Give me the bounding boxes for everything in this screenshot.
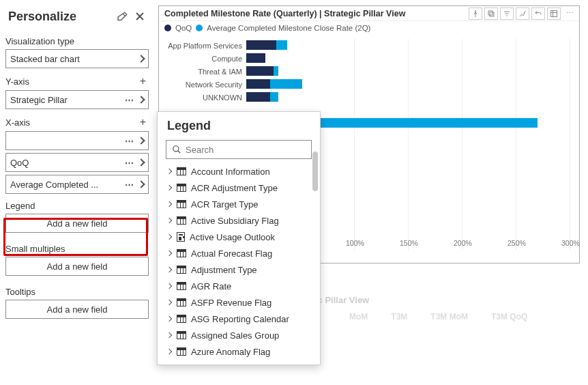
field-item[interactable]: AGR Rate bbox=[158, 278, 320, 294]
category-label: Threat & IAM bbox=[163, 68, 246, 76]
table-icon bbox=[177, 249, 186, 257]
chevron-right-icon bbox=[166, 283, 172, 289]
table-icon bbox=[177, 298, 186, 306]
svg-rect-1 bbox=[488, 11, 493, 15]
table-icon bbox=[177, 216, 186, 225]
bar-segment-avg[interactable] bbox=[274, 66, 279, 76]
pin-icon[interactable] bbox=[469, 8, 482, 20]
visualization-type-value: Stacked bar chart bbox=[10, 54, 134, 64]
bar-segment-avg[interactable] bbox=[276, 40, 287, 50]
chevron-right-icon bbox=[166, 218, 172, 223]
chevron-right-icon bbox=[166, 316, 172, 322]
add-x-axis-icon[interactable]: + bbox=[140, 116, 149, 128]
svg-rect-2 bbox=[551, 10, 557, 16]
popup-list[interactable]: Account InformationACR Adjustment TypeAC… bbox=[158, 163, 320, 365]
legend-swatch-qoq bbox=[164, 25, 171, 31]
field-item[interactable]: Actual Forecast Flag bbox=[158, 245, 320, 261]
popup-scrollbar-thumb[interactable] bbox=[312, 152, 318, 191]
chevron-right-icon bbox=[166, 267, 172, 272]
field-item[interactable]: Adjustment Type bbox=[158, 261, 320, 278]
more-icon[interactable]: ⋯ bbox=[125, 158, 134, 168]
field-item-label: Actual Forecast Flag bbox=[191, 248, 272, 259]
field-item[interactable]: ACR Target Type bbox=[158, 196, 320, 212]
bar-segment-qoq[interactable] bbox=[246, 92, 270, 102]
legend-swatch-avg bbox=[196, 25, 203, 31]
personalize-panel: Personalize Visualization type Stacked b… bbox=[5, 5, 149, 374]
field-item-label: Active Usage Outlook bbox=[190, 232, 275, 242]
undo-icon[interactable] bbox=[531, 8, 545, 20]
field-item[interactable]: Active Usage Outlook bbox=[158, 229, 320, 245]
small-multiples-add-field[interactable]: Add a new field bbox=[5, 257, 149, 276]
section-tooltips: Tooltips bbox=[5, 283, 149, 300]
x-axis-field-0[interactable]: ⋯ bbox=[5, 131, 149, 150]
chart-header: Completed Milestone Rate (Quarterly) | S… bbox=[159, 6, 579, 21]
field-item[interactable]: ACR Adjustment Type bbox=[158, 180, 320, 196]
close-icon[interactable] bbox=[134, 11, 146, 23]
add-y-axis-icon[interactable]: + bbox=[140, 75, 149, 87]
category-label: Compute bbox=[163, 55, 246, 63]
field-item[interactable]: ASFP Revenue Flag bbox=[158, 294, 320, 311]
field-item-label: ASFP Revenue Flag bbox=[191, 298, 271, 308]
axis-tick: 250% bbox=[508, 239, 526, 247]
more-icon[interactable]: ⋯ bbox=[125, 136, 134, 146]
chart-row: Network Security bbox=[163, 78, 575, 91]
visualization-type-selector[interactable]: Stacked bar chart bbox=[5, 49, 149, 68]
more-options-icon[interactable]: ⋯ bbox=[563, 8, 576, 20]
chevron-right-icon bbox=[166, 332, 172, 338]
field-item[interactable]: Azure Anomaly Flag bbox=[158, 343, 320, 360]
field-item-label: Account Information bbox=[191, 167, 270, 177]
copy-icon[interactable] bbox=[484, 8, 498, 20]
legend-label-1: Average Completed Milestone Close Rate (… bbox=[207, 24, 370, 32]
popup-search-input[interactable] bbox=[186, 145, 306, 155]
field-item[interactable]: ASG Reporting Calendar bbox=[158, 311, 320, 327]
bar-segment-qoq[interactable] bbox=[246, 79, 270, 89]
filter-icon[interactable] bbox=[500, 8, 514, 20]
table-icon bbox=[177, 347, 186, 356]
chevron-right-icon bbox=[137, 158, 145, 166]
field-item[interactable]: Active Subsidiary Flag bbox=[158, 212, 320, 229]
section-visualization-type: Visualization type bbox=[5, 32, 149, 49]
tooltips-add-field[interactable]: Add a new field bbox=[5, 300, 149, 319]
bar-segment-qoq[interactable] bbox=[246, 53, 265, 63]
bar-segment-qoq[interactable] bbox=[246, 66, 274, 76]
section-x-axis: X-axis+ bbox=[5, 112, 149, 131]
y-axis-field[interactable]: Strategic Pillar ⋯ bbox=[5, 90, 149, 109]
more-icon[interactable]: ⋯ bbox=[125, 95, 134, 105]
axis-tick: 200% bbox=[454, 239, 472, 247]
field-item[interactable]: Assigned Sales Group bbox=[158, 327, 320, 343]
panel-title-row: Personalize bbox=[5, 5, 149, 32]
field-picker-popup: Legend Account InformationACR Adjustment… bbox=[157, 111, 321, 365]
x-axis-field-2[interactable]: Average Completed ... ⋯ bbox=[5, 175, 149, 194]
focus-mode-icon[interactable] bbox=[547, 8, 561, 20]
field-item-label: Active Subsidiary Flag bbox=[191, 216, 279, 226]
legend-add-field[interactable]: Add a new field bbox=[5, 214, 149, 233]
chevron-right-icon bbox=[166, 169, 172, 174]
table-icon bbox=[177, 282, 186, 290]
legend-label-0: QoQ bbox=[175, 24, 192, 32]
bar-segment-avg[interactable] bbox=[270, 79, 302, 89]
svg-point-3 bbox=[173, 146, 179, 152]
field-item[interactable]: Account Information bbox=[158, 163, 320, 180]
category-label: App Platform Services bbox=[163, 42, 246, 50]
field-item-label: ACR Adjustment Type bbox=[191, 183, 278, 193]
bar-segment-qoq[interactable] bbox=[246, 40, 276, 50]
category-label: Network Security bbox=[163, 81, 246, 89]
chart-toolbar: ⋯ bbox=[469, 8, 576, 20]
clear-icon[interactable] bbox=[116, 11, 128, 23]
popup-title: Legend bbox=[158, 112, 320, 137]
report-icon bbox=[177, 232, 185, 242]
svg-line-4 bbox=[178, 151, 181, 154]
chart-row: Threat & IAM bbox=[163, 65, 575, 78]
chart-row: UNKNOWN bbox=[163, 91, 575, 104]
field-item-label: ASG Reporting Calendar bbox=[191, 314, 289, 324]
more-icon[interactable]: ⋯ bbox=[125, 180, 134, 190]
bar-segment-avg[interactable] bbox=[270, 92, 279, 102]
chevron-right-icon bbox=[166, 349, 172, 354]
table-icon bbox=[177, 167, 186, 175]
table-icon bbox=[177, 266, 186, 274]
table-icon bbox=[177, 200, 186, 208]
chevron-right-icon bbox=[166, 201, 172, 207]
x-axis-field-1[interactable]: QoQ ⋯ bbox=[5, 153, 149, 172]
brush-icon[interactable] bbox=[516, 8, 529, 20]
popup-search[interactable] bbox=[166, 140, 312, 159]
